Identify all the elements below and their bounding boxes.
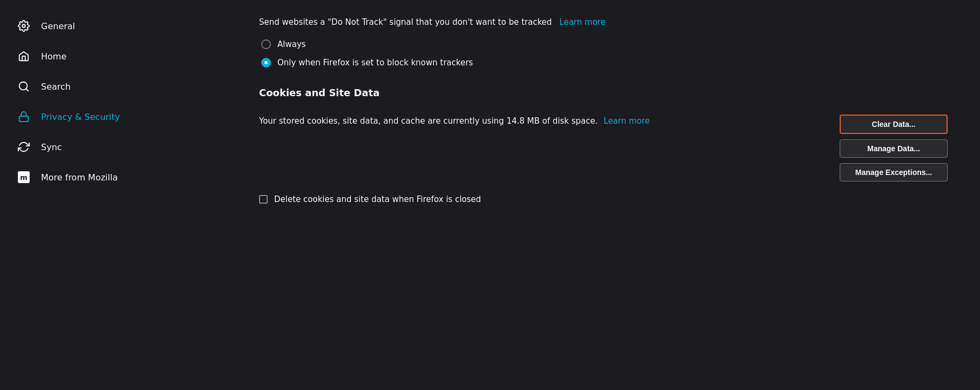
do-not-track-section: Send websites a "Do Not Track" signal th… <box>259 16 948 68</box>
cookies-left: Cookies and Site Data <box>259 87 379 106</box>
sidebar-item-sync[interactable]: Sync <box>0 132 227 162</box>
sidebar-item-mozilla[interactable]: m More from Mozilla <box>0 162 227 192</box>
sidebar-item-home[interactable]: Home <box>0 41 227 71</box>
radio-always-label: Always <box>277 39 306 49</box>
svg-rect-3 <box>19 116 29 122</box>
clear-data-button[interactable]: Clear Data... <box>840 115 948 134</box>
sidebar-item-search[interactable]: Search <box>0 71 227 102</box>
cookies-title: Cookies and Site Data <box>259 87 379 98</box>
cookies-description-block: Your stored cookies, site data, and cach… <box>259 115 650 127</box>
radio-only-trackers-circle <box>261 58 271 68</box>
cookies-content-row: Your stored cookies, site data, and cach… <box>259 115 948 181</box>
cookies-learn-more[interactable]: Learn more <box>604 116 650 126</box>
sidebar-item-home-label: Home <box>41 51 66 62</box>
cookies-buttons: Clear Data... Manage Data... Manage Exce… <box>840 115 948 181</box>
sidebar-item-general[interactable]: General <box>0 11 227 41</box>
sidebar-item-mozilla-label: More from Mozilla <box>41 172 118 183</box>
sidebar-item-privacy[interactable]: Privacy & Security <box>0 102 227 132</box>
delete-cookies-checkbox-row[interactable]: Delete cookies and site data when Firefo… <box>259 194 948 204</box>
svg-point-0 <box>22 24 25 28</box>
manage-exceptions-button[interactable]: Manage Exceptions... <box>840 163 948 181</box>
radio-group-do-not-track: Always Only when Firefox is set to block… <box>261 39 948 68</box>
main-content: Send websites a "Do Not Track" signal th… <box>227 0 980 390</box>
radio-always-circle <box>261 39 271 49</box>
do-not-track-description: Send websites a "Do Not Track" signal th… <box>259 16 552 29</box>
sidebar-item-search-label: Search <box>41 82 71 92</box>
radio-only-trackers-label: Only when Firefox is set to block known … <box>277 58 473 68</box>
gear-icon <box>16 18 31 33</box>
do-not-track-row: Send websites a "Do Not Track" signal th… <box>259 16 948 29</box>
cookies-section: Cookies and Site Data Your stored cookie… <box>259 87 948 204</box>
sidebar-item-privacy-label: Privacy & Security <box>41 112 120 122</box>
lock-icon <box>16 109 31 124</box>
sidebar: General Home Search Privacy & Security <box>0 0 227 390</box>
mozilla-icon: m <box>16 170 31 185</box>
svg-line-2 <box>26 89 28 91</box>
manage-data-button[interactable]: Manage Data... <box>840 139 948 158</box>
do-not-track-learn-more[interactable]: Learn more <box>560 16 606 29</box>
delete-cookies-checkbox[interactable] <box>259 195 268 204</box>
radio-option-only-trackers[interactable]: Only when Firefox is set to block known … <box>261 58 948 68</box>
cookies-header: Cookies and Site Data <box>259 87 948 106</box>
delete-cookies-label: Delete cookies and site data when Firefo… <box>274 194 481 204</box>
search-icon <box>16 79 31 94</box>
cookies-description: Your stored cookies, site data, and cach… <box>259 115 650 127</box>
sidebar-item-sync-label: Sync <box>41 142 62 152</box>
sync-icon <box>16 139 31 154</box>
home-icon <box>16 49 31 64</box>
sidebar-item-general-label: General <box>41 21 75 31</box>
radio-option-always[interactable]: Always <box>261 39 948 49</box>
